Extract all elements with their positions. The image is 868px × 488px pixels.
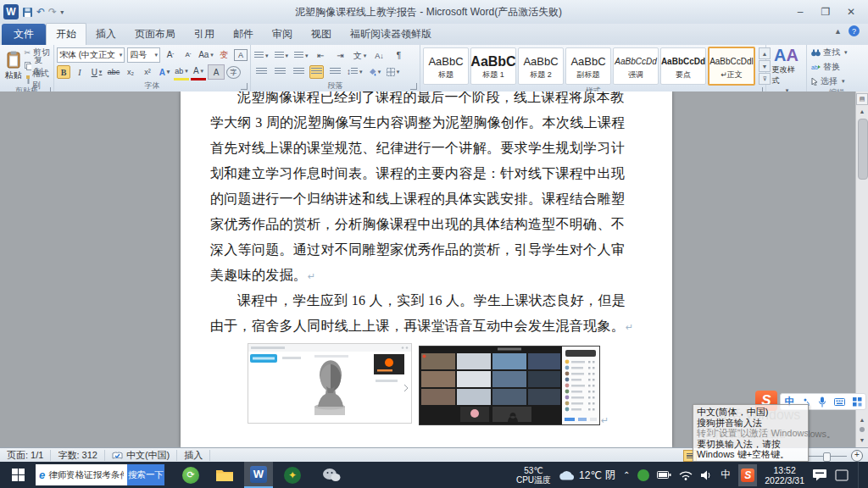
sculpture-screenshot-image[interactable]: [248, 343, 412, 424]
scrollbar-thumb[interactable]: [858, 119, 868, 180]
find-button[interactable]: 查找: [811, 47, 848, 58]
bullets-button[interactable]: [253, 49, 270, 63]
character-shading-button[interactable]: A: [208, 64, 225, 80]
proofing-language[interactable]: 中文(中国): [105, 450, 177, 461]
style-title[interactable]: AaBbC标题: [423, 47, 469, 85]
font-name-select[interactable]: 宋体 (中文正文: [57, 47, 125, 63]
character-border-button[interactable]: A: [234, 49, 248, 61]
zoom-in-icon[interactable]: +: [851, 450, 863, 462]
tab-review[interactable]: 审阅: [263, 24, 302, 45]
save-icon[interactable]: [22, 7, 33, 18]
sort-button[interactable]: A↓: [372, 49, 387, 63]
strikethrough-button[interactable]: abc: [106, 65, 121, 79]
style-keypoint[interactable]: AaBbCcDd要点: [660, 47, 706, 85]
minimize-button[interactable]: –: [793, 6, 807, 18]
start-button[interactable]: [0, 462, 36, 488]
clock-widget[interactable]: 13:52 2022/3/31: [765, 465, 804, 485]
video-conference-image[interactable]: [419, 346, 600, 425]
keyboard-icon[interactable]: [834, 398, 845, 406]
show-marks-button[interactable]: ¶: [392, 49, 407, 63]
taskbar-search-input[interactable]: e 律师资格证报考条件: [36, 464, 127, 485]
tab-view[interactable]: 视图: [302, 24, 341, 45]
enclose-characters-button[interactable]: 字: [226, 66, 241, 79]
replace-button[interactable]: ab替换: [811, 61, 848, 73]
restore-button[interactable]: ❐: [819, 6, 832, 18]
ruler-toggle-icon[interactable]: ▤: [856, 93, 868, 105]
next-page-icon[interactable]: ▼: [856, 434, 868, 446]
tray-expand-icon[interactable]: ⌃: [623, 470, 630, 480]
microphone-icon[interactable]: [818, 396, 826, 408]
tab-references[interactable]: 引用: [185, 24, 224, 45]
line-spacing-button[interactable]: ↕: [346, 65, 364, 79]
select-browse-object-icon[interactable]: [860, 427, 865, 432]
numbering-button[interactable]: [274, 49, 290, 63]
battery-icon[interactable]: [657, 470, 671, 480]
word-count[interactable]: 字数: 312: [51, 450, 104, 461]
borders-button[interactable]: [386, 65, 401, 79]
tray-360-icon[interactable]: [637, 469, 649, 481]
font-color-button[interactable]: A: [191, 64, 206, 80]
format-painter-button[interactable]: 格式刷: [25, 74, 52, 86]
font-dialog-launcher[interactable]: [241, 83, 248, 90]
sogou-tray-icon[interactable]: S: [738, 464, 757, 486]
asian-layout-button[interactable]: 文: [353, 49, 368, 63]
italic-button[interactable]: I: [72, 65, 87, 79]
ime-indicator[interactable]: 中: [721, 468, 731, 482]
style-normal-selected[interactable]: AaBbCcDdl↵正文: [708, 47, 755, 86]
align-center-button[interactable]: [272, 65, 287, 79]
bold-button[interactable]: B: [57, 65, 70, 79]
tab-home[interactable]: 开始: [46, 23, 86, 45]
increase-indent-button[interactable]: ⇥: [333, 49, 348, 63]
select-button[interactable]: 选择: [811, 75, 848, 87]
phonetic-guide-button[interactable]: 变: [216, 48, 231, 62]
style-emphasis[interactable]: AaBbCcDd强调: [613, 47, 659, 85]
zoom-slider-thumb[interactable]: [823, 452, 831, 462]
style-subtitle[interactable]: AaBbC副标题: [565, 47, 611, 85]
weather-widget[interactable]: 12℃ 阴: [559, 468, 615, 482]
taskbar-item-wechat[interactable]: [317, 462, 346, 488]
shrink-font-button[interactable]: Aˇ: [181, 48, 196, 62]
minimize-ribbon-icon[interactable]: ▲: [834, 27, 842, 36]
multilevel-list-button[interactable]: [293, 49, 309, 63]
close-button[interactable]: ✕: [844, 6, 858, 18]
paragraph-dialog-launcher[interactable]: [410, 83, 417, 90]
paste-button[interactable]: 粘贴: [3, 47, 25, 86]
style-heading2[interactable]: AaBbC标题 2: [518, 47, 564, 85]
underline-button[interactable]: U: [89, 65, 104, 79]
taskbar-item-explorer[interactable]: [210, 462, 239, 488]
taskbar-item-app[interactable]: ✦: [278, 462, 307, 488]
tab-mailings[interactable]: 邮件: [224, 24, 263, 45]
undo-icon[interactable]: ↶: [36, 7, 45, 17]
taskbar-item-360browser[interactable]: ⟳: [176, 462, 205, 488]
search-go-button[interactable]: 搜索一下: [127, 464, 164, 485]
font-size-select[interactable]: 四号: [127, 47, 160, 63]
align-left-button[interactable]: [253, 65, 269, 79]
superscript-button[interactable]: x²: [140, 65, 155, 79]
volume-icon[interactable]: [700, 470, 713, 480]
subscript-button[interactable]: x₂: [123, 65, 138, 79]
align-right-button[interactable]: [291, 65, 306, 79]
tab-file[interactable]: 文件: [2, 24, 46, 45]
scroll-up-icon[interactable]: ▲: [856, 105, 868, 117]
tab-foxit[interactable]: 福昕阅读器领鲜版: [341, 24, 441, 45]
shading-fill-button[interactable]: [367, 65, 382, 79]
message-notification-icon[interactable]: [812, 469, 827, 481]
tab-page-layout[interactable]: 页面布局: [125, 24, 185, 45]
show-desktop-button[interactable]: [858, 462, 863, 488]
zoom-slider[interactable]: [808, 456, 847, 457]
decrease-indent-button[interactable]: ⇤: [314, 49, 329, 63]
page-indicator[interactable]: 页面: 1/1: [0, 450, 51, 461]
redo-icon[interactable]: ↷: [48, 7, 57, 17]
insert-mode[interactable]: 插入: [177, 450, 210, 461]
action-center-icon[interactable]: [835, 469, 849, 481]
taskbar-item-word[interactable]: W: [244, 462, 273, 488]
document-page[interactable]: 泥塑胸像课程已经到了课程的最后一个阶段，线上课程将原本教 学大纲 3 周的泥塑胸…: [181, 92, 672, 447]
wifi-icon[interactable]: [679, 470, 693, 480]
help-icon[interactable]: ?: [849, 25, 860, 36]
change-styles-button[interactable]: AA 更改样式: [772, 47, 801, 94]
previous-page-icon[interactable]: ▲: [856, 413, 868, 425]
justify-button[interactable]: [309, 65, 324, 79]
change-case-button[interactable]: Aa: [198, 48, 214, 62]
distribute-button[interactable]: [327, 65, 342, 79]
grow-font-button[interactable]: Aˆ: [163, 48, 178, 62]
